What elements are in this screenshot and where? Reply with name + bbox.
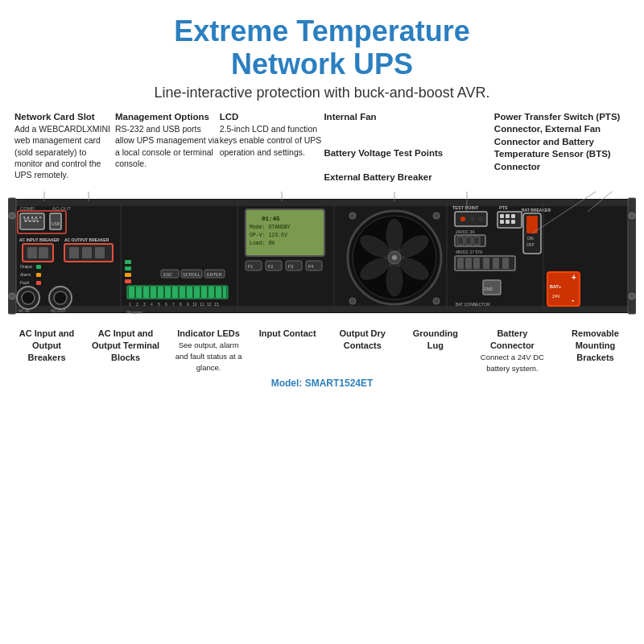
svg-text:AC INPUT BREAKER: AC INPUT BREAKER xyxy=(19,237,60,242)
svg-text:Program: Program xyxy=(127,310,142,315)
svg-rect-39 xyxy=(36,281,41,285)
svg-text:Load: 0%: Load: 0% xyxy=(250,241,275,246)
svg-text:SCROLL: SCROLL xyxy=(183,272,200,277)
callout-body: Add a WEBCARD​LXMINI web management card… xyxy=(14,124,110,180)
svg-rect-49 xyxy=(125,273,131,277)
svg-text:13: 13 xyxy=(214,302,219,307)
svg-rect-133 xyxy=(465,237,472,245)
svg-rect-35 xyxy=(36,265,41,269)
main-content: Network Card Slot Add a WEBCARD​LXMINI w… xyxy=(8,111,636,389)
svg-rect-54 xyxy=(143,287,149,298)
svg-text:AC OUTPUT BREAKER: AC OUTPUT BREAKER xyxy=(64,237,109,242)
svg-rect-58 xyxy=(172,287,178,298)
svg-rect-30 xyxy=(39,247,48,258)
svg-text:ENTER: ENTER xyxy=(207,272,222,277)
svg-text:24VDC 3A: 24VDC 3A xyxy=(456,229,475,234)
callout-mounting-brackets-title: Removable Mounting Brackets xyxy=(561,328,630,364)
svg-text:PTS: PTS xyxy=(499,205,508,210)
svg-text:1: 1 xyxy=(129,302,131,307)
callout-ac-breakers: AC Input and Output Breakers xyxy=(14,328,79,374)
callout-title: Management Options xyxy=(115,111,220,124)
callout-leds: Indicator LEDs See output, alarm and fau… xyxy=(172,328,245,374)
svg-rect-65 xyxy=(223,287,226,298)
svg-text:5: 5 xyxy=(158,302,160,307)
svg-text:6: 6 xyxy=(165,302,167,307)
svg-text:24V: 24V xyxy=(552,294,560,299)
svg-point-111 xyxy=(392,255,397,260)
svg-text:BAT+: BAT+ xyxy=(550,284,561,289)
svg-rect-37 xyxy=(36,273,41,277)
svg-point-107 xyxy=(386,264,402,296)
svg-point-7 xyxy=(629,213,635,219)
svg-point-15 xyxy=(31,217,33,218)
svg-rect-2 xyxy=(12,306,632,312)
model-name: SMART1524ET xyxy=(305,378,374,389)
svg-text:F3: F3 xyxy=(288,264,293,269)
svg-text:F4: F4 xyxy=(308,264,313,269)
svg-rect-59 xyxy=(180,287,185,298)
svg-rect-142 xyxy=(457,258,464,269)
svg-text:AC-OUT: AC-OUT xyxy=(52,206,71,211)
title-line1: Extreme Temperature xyxy=(174,14,470,47)
svg-rect-146 xyxy=(493,258,499,269)
svg-text:Alarm: Alarm xyxy=(20,272,31,277)
callout-battery-connector-title: Battery Connector xyxy=(476,328,548,352)
model-label: Model: xyxy=(271,378,303,389)
svg-point-19 xyxy=(29,221,31,222)
callout-leds-body: See output, alarm and fault status at a … xyxy=(175,341,242,372)
svg-text:10: 10 xyxy=(192,302,197,307)
svg-text:AC-IN: AC-IN xyxy=(19,308,30,313)
svg-point-121 xyxy=(478,217,483,221)
svg-text:7: 7 xyxy=(172,302,175,307)
callout-battery-connector-body: Connect a 24V DC battery system. xyxy=(481,353,544,373)
svg-rect-56 xyxy=(158,287,163,298)
svg-text:GND: GND xyxy=(484,287,493,291)
svg-rect-63 xyxy=(208,287,214,298)
svg-text:9: 9 xyxy=(187,302,189,307)
callout-grounding-lug: Grounding Lug xyxy=(407,328,464,374)
callout-pts: Power Transfer Switch (PTS) Connector, E… xyxy=(494,111,630,184)
callout-right-group: Internal Fan Battery Voltage Test Points… xyxy=(324,111,493,184)
svg-text:USB: USB xyxy=(52,221,60,226)
main-title: Extreme Temperature Network UPS xyxy=(16,14,628,81)
svg-rect-145 xyxy=(483,258,489,269)
svg-text:48VDC 27 57A: 48VDC 27 57A xyxy=(456,250,483,254)
svg-point-43 xyxy=(54,291,67,304)
svg-text:F2: F2 xyxy=(268,264,273,269)
svg-rect-62 xyxy=(201,287,207,298)
svg-point-104 xyxy=(386,219,402,251)
svg-point-13 xyxy=(23,217,25,218)
svg-point-17 xyxy=(39,217,41,218)
svg-text:AC-OUT: AC-OUT xyxy=(51,308,66,313)
svg-text:OP-V: 123.5V: OP-V: 123.5V xyxy=(250,233,287,238)
svg-text:Mode: STANDBY: Mode: STANDBY xyxy=(250,225,291,230)
svg-rect-143 xyxy=(465,258,472,269)
callout-pts-title: Power Transfer Switch (PTS) Connector, E… xyxy=(494,111,630,174)
svg-text:-: - xyxy=(572,295,574,304)
svg-text:BAT CONNECTOR: BAT CONNECTOR xyxy=(456,302,490,307)
svg-point-18 xyxy=(25,221,27,222)
callout-output-dry: Output Dry Contacts xyxy=(330,328,394,374)
callout-battery-voltage-title: Battery Voltage Test Points xyxy=(324,147,493,160)
svg-rect-128 xyxy=(506,220,510,224)
svg-rect-129 xyxy=(511,220,515,224)
svg-rect-48 xyxy=(125,266,131,270)
callout-internal-fan-title: Internal Fan xyxy=(324,111,493,124)
svg-rect-52 xyxy=(129,287,134,298)
svg-point-41 xyxy=(22,291,35,304)
svg-rect-50 xyxy=(125,279,131,283)
svg-rect-53 xyxy=(136,287,142,298)
callout-body: RS-232 and USB ports allow UPS managemen… xyxy=(115,124,219,168)
svg-rect-1 xyxy=(12,200,632,206)
device-image-area: COMP AC-OUT RS-232 USB xyxy=(8,184,636,324)
svg-text:ON: ON xyxy=(527,236,534,241)
callout-output-dry-title: Output Dry Contacts xyxy=(330,328,394,352)
svg-rect-57 xyxy=(165,287,171,298)
svg-rect-47 xyxy=(125,260,131,264)
callout-network-card-slot: Network Card Slot Add a WEBCARD​LXMINI w… xyxy=(14,111,115,184)
subtitle: Line-interactive protection with buck-an… xyxy=(16,85,628,101)
bottom-callouts: AC Input and Output Breakers AC Input an… xyxy=(8,328,636,374)
callout-leds-title: Indicator LEDs xyxy=(172,328,245,340)
svg-text:F1: F1 xyxy=(248,264,253,269)
device-svg: COMP AC-OUT RS-232 USB xyxy=(8,184,636,324)
